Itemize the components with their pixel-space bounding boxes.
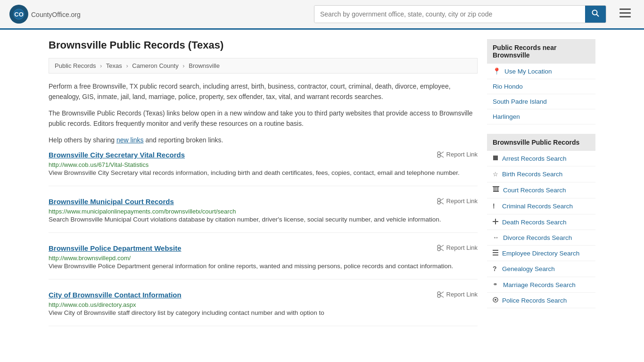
scissors-icon-2 <box>437 244 444 252</box>
sidebar-rio-hondo[interactable]: Rio Hondo <box>487 79 595 94</box>
main-container: Brownsville Public Records (Texas) Publi… <box>39 30 605 347</box>
report-link-1[interactable]: Report Link <box>437 197 478 205</box>
logo-text: CountyOffice.org <box>31 9 81 19</box>
page-title: Brownsville Public Records (Texas) <box>49 39 478 51</box>
record-icon-1: ☆ <box>493 170 498 178</box>
record-icon-9 <box>493 296 498 304</box>
record-desc-2: View Brownsville Police Department gener… <box>49 262 478 272</box>
breadcrumb-public-records[interactable]: Public Records <box>55 62 96 69</box>
svg-point-9 <box>438 155 440 157</box>
sidebar-record-item-4[interactable]: Death Records Search <box>487 214 595 230</box>
record-header-1: Brownsville Municipal Court Records Repo… <box>49 197 478 206</box>
sidebar-south-padre-island[interactable]: South Padre Island <box>487 94 595 109</box>
record-header-3: City of Brownsville Contact Information … <box>49 291 478 299</box>
sidebar-record-item-8[interactable]: ⚭ Marriage Records Search <box>487 277 595 293</box>
svg-point-13 <box>438 201 440 204</box>
svg-text:☆: ☆ <box>493 171 498 177</box>
svg-rect-5 <box>619 8 631 10</box>
south-padre-island-link[interactable]: South Padre Island <box>493 98 547 105</box>
record-url-1[interactable]: https://www.municipalonlinepayments.com/… <box>49 208 236 215</box>
search-bar <box>314 5 606 23</box>
logo-icon: CO <box>9 5 28 24</box>
svg-rect-7 <box>619 16 631 17</box>
search-input[interactable] <box>314 6 585 23</box>
record-icon-7: ? <box>493 265 498 273</box>
svg-point-21 <box>438 295 440 297</box>
scissors-icon-1 <box>437 197 444 205</box>
sidebar-record-link-0[interactable]: Arrest Records Search <box>502 155 567 162</box>
sidebar-records-list: Arrest Records Search ☆ Birth Records Se… <box>487 151 595 308</box>
sidebar-record-link-6[interactable]: Employee Directory Search <box>502 250 579 257</box>
svg-rect-29 <box>497 187 498 191</box>
svg-rect-30 <box>493 186 499 187</box>
sidebar-record-link-3[interactable]: Criminal Records Search <box>502 203 573 210</box>
svg-rect-26 <box>493 191 499 192</box>
sidebar-record-item-1[interactable]: ☆ Birth Records Search <box>487 166 595 182</box>
sidebar-use-my-location[interactable]: 📍 Use My Location <box>487 64 595 79</box>
record-icon-0 <box>493 155 498 162</box>
svg-text:!: ! <box>493 202 495 209</box>
sidebar-record-link-9[interactable]: Police Records Search <box>502 297 567 304</box>
sidebar-record-item-7[interactable]: ? Genealogy Search <box>487 261 595 277</box>
svg-point-17 <box>438 248 440 251</box>
sidebar-record-item-9[interactable]: Police Records Search <box>487 293 595 308</box>
breadcrumb: Public Records › Texas › Cameron County … <box>49 58 478 74</box>
breadcrumb-cameron-county[interactable]: Cameron County <box>132 62 178 69</box>
report-link-3[interactable]: Report Link <box>437 291 478 298</box>
search-button[interactable] <box>585 6 606 23</box>
sidebar-record-link-1[interactable]: Birth Records Search <box>502 171 562 178</box>
record-url-3[interactable]: http://www.cob.us/directory.aspx <box>49 301 136 308</box>
record-icon-5: ↔ <box>493 234 499 241</box>
record-url-0[interactable]: http://www.cob.us/671/Vital-Statistics <box>49 161 149 168</box>
record-icon-4 <box>493 218 498 226</box>
svg-point-12 <box>438 198 440 201</box>
sidebar-record-link-5[interactable]: Divorce Records Search <box>503 234 572 241</box>
breadcrumb-brownsville[interactable]: Brownsville <box>189 62 220 69</box>
sidebar-record-item-6[interactable]: Employee Directory Search <box>487 246 595 261</box>
record-header-0: Brownsville City Secretary Vital Records… <box>49 151 478 159</box>
location-icon: 📍 <box>493 67 501 75</box>
sidebar-record-item-3[interactable]: ! Criminal Records Search <box>487 198 595 214</box>
svg-rect-35 <box>493 250 498 251</box>
record-icon-2 <box>493 186 499 194</box>
scissors-icon-3 <box>437 291 444 298</box>
sidebar-record-link-4[interactable]: Death Records Search <box>502 219 567 226</box>
harlingen-link[interactable]: Harlingen <box>493 113 520 120</box>
record-icon-3: ! <box>493 202 498 210</box>
scissors-icon-0 <box>437 151 444 158</box>
record-desc-3: View City of Brownsville staff directory… <box>49 308 478 318</box>
record-icon-8: ⚭ <box>493 281 499 288</box>
breadcrumb-texas[interactable]: Texas <box>106 62 122 69</box>
sidebar-record-item-5[interactable]: ↔ Divorce Records Search <box>487 230 595 246</box>
record-title-1[interactable]: Brownsville Municipal Court Records <box>49 197 174 206</box>
hamburger-menu-button[interactable] <box>616 6 635 23</box>
nearby-section: Public Records near Brownsville 📍 Use My… <box>487 39 595 124</box>
record-title-0[interactable]: Brownsville City Secretary Vital Records <box>49 151 185 159</box>
svg-rect-6 <box>619 12 631 14</box>
rio-hondo-link[interactable]: Rio Hondo <box>493 83 523 90</box>
sidebar-harlingen[interactable]: Harlingen <box>487 109 595 124</box>
sidebar-record-item-0[interactable]: Arrest Records Search <box>487 151 595 166</box>
svg-point-8 <box>438 152 440 155</box>
description-1: Perform a free Brownsville, TX public re… <box>49 81 478 102</box>
record-entry-3: City of Brownsville Contact Information … <box>49 291 478 326</box>
record-title-2[interactable]: Brownsville Police Department Website <box>49 244 181 252</box>
logo[interactable]: CO CountyOffice.org <box>9 5 81 24</box>
record-entry-1: Brownsville Municipal Court Records Repo… <box>49 197 478 233</box>
use-my-location-link[interactable]: Use My Location <box>504 68 552 75</box>
record-entry-0: Brownsville City Secretary Vital Records… <box>49 151 478 186</box>
content-area: Brownsville Public Records (Texas) Publi… <box>49 39 478 337</box>
sidebar: Public Records near Brownsville 📍 Use My… <box>487 39 595 337</box>
new-links-link[interactable]: new links <box>116 136 144 144</box>
sidebar-record-link-8[interactable]: Marriage Records Search <box>503 281 576 288</box>
sidebar-record-link-2[interactable]: Court Records Search <box>503 187 566 194</box>
report-link-2[interactable]: Report Link <box>437 244 478 252</box>
report-link-0[interactable]: Report Link <box>437 151 478 158</box>
svg-text:CO: CO <box>14 11 24 18</box>
description-2: The Brownsville Public Records (Texas) l… <box>49 108 478 129</box>
record-title-3[interactable]: City of Brownsville Contact Information <box>49 291 182 299</box>
sidebar-record-link-7[interactable]: Genealogy Search <box>502 265 555 272</box>
record-url-2[interactable]: http://www.brownsvillepd.com/ <box>49 255 131 262</box>
sidebar-record-item-2[interactable]: Court Records Search <box>487 182 595 198</box>
records-sidebar-title: Brownsville Public Records <box>487 134 595 151</box>
